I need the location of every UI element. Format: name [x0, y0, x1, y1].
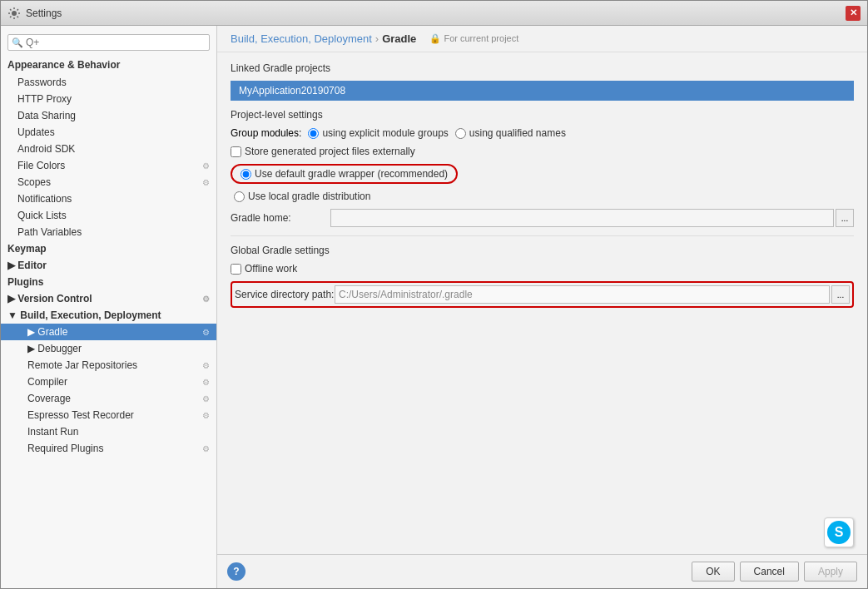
- sidebar-item-http-proxy[interactable]: HTTP Proxy: [1, 91, 216, 107]
- sidebar-item-coverage[interactable]: Coverage ⚙: [1, 390, 216, 407]
- sidebar-item-version-control[interactable]: ▶ Version Control ⚙: [1, 290, 216, 307]
- settings-body: Linked Gradle projects MyApplication2019…: [217, 52, 867, 554]
- sync-icon-espresso: ⚙: [202, 411, 210, 420]
- sidebar-item-remote-jar[interactable]: Remote Jar Repositories ⚙: [1, 357, 216, 374]
- svg-point-0: [12, 11, 17, 16]
- use-wrapper-text: Use default gradle wrapper (recommended): [255, 168, 448, 180]
- group-modules-label: Group modules:: [231, 127, 301, 139]
- offline-work-label[interactable]: Offline work: [231, 263, 297, 275]
- skype-icon: S: [827, 521, 851, 544]
- group-modules-qualified-radio[interactable]: [455, 128, 466, 139]
- use-local-row: Use local gradle distribution: [231, 191, 854, 202]
- group-modules-explicit-label[interactable]: using explicit module groups: [308, 127, 448, 139]
- use-local-label[interactable]: Use local gradle distribution: [231, 191, 370, 202]
- search-box[interactable]: 🔍: [7, 34, 210, 51]
- store-files-text: Store generated project files externally: [245, 146, 415, 157]
- sidebar-item-compiler[interactable]: Compiler ⚙: [1, 374, 216, 390]
- sync-icon-coverage: ⚙: [202, 394, 210, 403]
- sync-icon-required: ⚙: [202, 444, 210, 453]
- footer: ? OK Cancel Apply: [217, 554, 867, 588]
- sidebar-item-editor[interactable]: ▶ Editor: [1, 257, 216, 274]
- sync-icon-remote-jar: ⚙: [202, 361, 210, 370]
- search-icon: 🔍: [12, 37, 23, 48]
- use-local-radio[interactable]: [234, 191, 245, 202]
- sidebar-item-updates[interactable]: Updates: [1, 124, 216, 141]
- content-area: 🔍 Appearance & Behavior Passwords HTTP P…: [1, 26, 867, 588]
- sync-icon-compiler: ⚙: [202, 378, 210, 387]
- footer-right: OK Cancel Apply: [692, 562, 857, 582]
- use-wrapper-radio[interactable]: [241, 169, 251, 180]
- use-local-text: Use local gradle distribution: [248, 191, 370, 202]
- footer-left: ?: [227, 562, 246, 581]
- sidebar-item-instant-run[interactable]: Instant Run: [1, 423, 216, 440]
- offline-work-row: Offline work: [231, 263, 854, 275]
- title-bar-left: Settings: [7, 7, 62, 20]
- breadcrumb-current: Gradle: [382, 32, 416, 45]
- sidebar-section-appearance[interactable]: Appearance & Behavior: [1, 56, 216, 74]
- breadcrumb-parent[interactable]: Build, Execution, Deployment: [231, 32, 372, 45]
- apply-button[interactable]: Apply: [804, 562, 857, 582]
- sidebar-item-data-sharing[interactable]: Data Sharing: [1, 107, 216, 124]
- ok-button[interactable]: OK: [692, 562, 734, 582]
- group-modules-row: Group modules: using explicit module gro…: [231, 127, 854, 139]
- use-wrapper-row: Use default gradle wrapper (recommended): [231, 164, 854, 184]
- project-level-label: Project-level settings: [231, 109, 854, 121]
- lock-icon: 🔒: [429, 33, 441, 43]
- sync-icon-gradle: ⚙: [202, 328, 210, 337]
- title-bar: Settings ✕: [1, 1, 867, 26]
- store-files-label[interactable]: Store generated project files externally: [231, 146, 415, 157]
- store-files-checkbox[interactable]: [231, 146, 241, 157]
- sidebar-item-passwords[interactable]: Passwords: [1, 74, 216, 91]
- divider: [231, 235, 854, 236]
- sidebar-item-android-sdk[interactable]: Android SDK: [1, 141, 216, 157]
- group-modules-explicit-text: using explicit module groups: [322, 127, 448, 139]
- sidebar-item-notifications[interactable]: Notifications: [1, 191, 216, 207]
- sidebar-item-espresso[interactable]: Espresso Test Recorder ⚙: [1, 407, 216, 423]
- settings-window: Settings ✕ 🔍 Appearance & Behavior Passw…: [0, 0, 868, 589]
- breadcrumb: Build, Execution, Deployment › Gradle 🔒 …: [217, 26, 867, 52]
- settings-icon: [7, 7, 21, 20]
- breadcrumb-separator: ›: [375, 32, 379, 45]
- cancel-button[interactable]: Cancel: [740, 562, 799, 582]
- sidebar-item-debugger[interactable]: ▶ Debugger: [1, 340, 216, 357]
- offline-work-text: Offline work: [245, 263, 297, 275]
- gradle-home-row: Gradle home: ...: [231, 209, 854, 227]
- sidebar-item-file-colors[interactable]: File Colors⚙: [1, 157, 216, 174]
- sidebar-item-scopes[interactable]: Scopes⚙: [1, 174, 216, 191]
- sidebar-item-required-plugins[interactable]: Required Plugins ⚙: [1, 440, 216, 457]
- close-button[interactable]: ✕: [846, 6, 861, 21]
- sync-icon: ⚙: [202, 294, 210, 304]
- sidebar-item-build-execution[interactable]: ▼ Build, Execution, Deployment: [1, 307, 216, 324]
- gradle-home-label: Gradle home:: [231, 212, 330, 224]
- sidebar-item-keymap[interactable]: Keymap: [1, 240, 216, 257]
- sidebar-item-plugins[interactable]: Plugins: [1, 274, 216, 290]
- service-dir-label: Service directory path:: [235, 289, 335, 300]
- help-button[interactable]: ?: [227, 562, 246, 581]
- group-modules-explicit-radio[interactable]: [308, 128, 319, 139]
- breadcrumb-note: 🔒 For current project: [429, 33, 518, 44]
- gradle-home-input[interactable]: [330, 209, 834, 227]
- service-dir-input[interactable]: [335, 285, 830, 304]
- skype-widget: S: [824, 517, 854, 547]
- sidebar-item-quick-lists[interactable]: Quick Lists: [1, 207, 216, 224]
- group-modules-qualified-text: using qualified names: [469, 127, 566, 139]
- sidebar: 🔍 Appearance & Behavior Passwords HTTP P…: [1, 26, 217, 588]
- search-input[interactable]: [26, 37, 206, 48]
- sync-icon: ⚙: [202, 161, 210, 171]
- global-label: Global Gradle settings: [231, 245, 854, 256]
- store-files-row: Store generated project files externally: [231, 146, 854, 157]
- sidebar-item-gradle[interactable]: ▶ Gradle ⚙: [1, 324, 216, 340]
- service-dir-row: Service directory path: ...: [231, 281, 854, 308]
- linked-project-item[interactable]: MyApplication20190708: [231, 81, 854, 101]
- linked-projects-label: Linked Gradle projects: [231, 62, 854, 74]
- offline-work-checkbox[interactable]: [231, 264, 241, 275]
- main-content: Build, Execution, Deployment › Gradle 🔒 …: [217, 26, 867, 588]
- sidebar-item-path-variables[interactable]: Path Variables: [1, 224, 216, 240]
- group-modules-qualified-label[interactable]: using qualified names: [455, 127, 566, 139]
- service-dir-browse-btn[interactable]: ...: [831, 285, 850, 304]
- breadcrumb-note-text: For current project: [444, 33, 518, 43]
- gradle-home-browse-btn[interactable]: ...: [836, 209, 854, 227]
- use-wrapper-label[interactable]: Use default gradle wrapper (recommended): [231, 164, 458, 184]
- sync-icon: ⚙: [202, 178, 210, 187]
- title-bar-title: Settings: [26, 7, 62, 19]
